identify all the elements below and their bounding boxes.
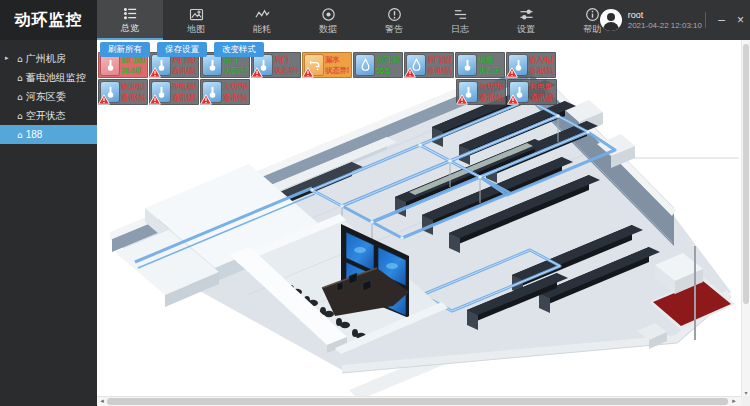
alert-icon <box>387 7 402 22</box>
home-icon: ⌂ <box>17 111 23 121</box>
main-content: 刷新所有 保存设置 改变样式 前门温度28.6度 后门温度通讯错误 <box>97 40 750 406</box>
vertical-scroll-thumb[interactable] <box>743 44 749 304</box>
sidebar-item-guangzhou-room[interactable]: ▸⌂广州机房 <box>0 49 97 68</box>
home-icon: ⌂ <box>17 54 23 64</box>
warning-icon <box>149 67 161 78</box>
warning-icon <box>456 94 468 105</box>
home-icon: ⌂ <box>17 73 23 83</box>
main-nav: 总览 地图 能耗 数据 警告 日志 <box>97 0 625 40</box>
vertical-scrollbar[interactable]: ▾ <box>741 40 750 396</box>
energy-meter-icon <box>510 82 528 102</box>
thermometer-icon <box>101 55 119 75</box>
sidebar-item-battery-monitor[interactable]: ⌂蓄电池组监控 <box>0 68 97 87</box>
water-leak-icon <box>305 55 323 75</box>
sensor-badge-front-door-humidity[interactable]: 前门湿度55.5 <box>353 52 403 78</box>
user-area[interactable]: root 2021-04-22 12:03:10 <box>600 0 702 40</box>
scrollbar-corner <box>741 396 750 406</box>
sidebar: ▸⌂广州机房 ⌂蓄电池组监控 ⌂河东区委 ⌂空开状态 ⌂188 <box>0 40 97 406</box>
refresh-all-button[interactable]: 刷新所有 <box>100 42 150 57</box>
scroll-left-arrow-icon[interactable]: ◂ <box>97 397 107 406</box>
change-style-button[interactable]: 改变样式 <box>214 42 264 57</box>
tab-overview[interactable]: 总览 <box>97 0 163 40</box>
warning-icon <box>302 67 314 78</box>
user-avatar-icon <box>600 9 622 31</box>
user-name: root <box>628 10 702 21</box>
frequency-icon <box>152 82 170 102</box>
scroll-right-arrow-icon[interactable]: ▸ <box>729 397 739 406</box>
sensor-badge-reactive-power[interactable]: 无功功率通讯错误 <box>200 79 250 105</box>
humidity-icon <box>356 55 374 75</box>
tab-alerts[interactable]: 警告 <box>361 0 427 40</box>
sidebar-item-breaker-status[interactable]: ⌂空开状态 <box>0 106 97 125</box>
sensor-badge-smoke[interactable]: 烟感状态正常 <box>455 52 505 78</box>
divider <box>705 12 706 28</box>
scroll-down-arrow-icon[interactable]: ▾ <box>742 389 750 396</box>
help-icon <box>585 7 600 22</box>
app-logo: 动环监控 <box>0 0 97 40</box>
home-icon: ⌂ <box>17 130 23 140</box>
warning-icon <box>149 94 161 105</box>
horizontal-scroll-thumb[interactable] <box>107 398 728 405</box>
tab-energy[interactable]: 能耗 <box>229 0 295 40</box>
sensor-badge-water-leak[interactable]: 漏水状态异常 <box>302 52 352 78</box>
settings-icon <box>519 7 534 22</box>
map-icon <box>189 7 204 22</box>
tab-settings[interactable]: 设置 <box>493 0 559 40</box>
sensor-badge-rear-door-humidity[interactable]: 后门湿度通讯错误 <box>404 52 454 78</box>
save-settings-button[interactable]: 保存设置 <box>157 42 207 57</box>
thermometer-icon <box>152 55 170 75</box>
scene-toolbar: 刷新所有 保存设置 改变样式 <box>100 42 264 57</box>
app-window: 动环监控 总览 地图 能耗 数据 警告 <box>0 0 750 406</box>
sensor-badge-input-voltage[interactable]: 输入电压通讯错误 <box>506 52 556 78</box>
home-icon: ⌂ <box>17 92 23 102</box>
door-sensor-icon <box>254 55 272 75</box>
sidebar-item-hedong[interactable]: ⌂河东区委 <box>0 87 97 106</box>
tab-map[interactable]: 地图 <box>163 0 229 40</box>
tab-logs[interactable]: 日志 <box>427 0 493 40</box>
warning-icon <box>506 67 518 78</box>
sensor-badge-energy-consumption[interactable]: 耗电量通讯错误 <box>507 79 557 105</box>
energy-icon <box>255 7 270 22</box>
horizontal-scrollbar[interactable]: ◂ ▸ <box>97 396 741 406</box>
window-controls: – × <box>705 0 750 40</box>
sensor-badge-active-power[interactable]: 有功功率通讯错误 <box>456 79 506 105</box>
warning-icon <box>404 67 416 78</box>
tab-data[interactable]: 数据 <box>295 0 361 40</box>
logs-icon <box>453 7 468 22</box>
data-icon <box>321 7 336 22</box>
minimize-button[interactable]: – <box>712 0 731 40</box>
sensor-badge-output-current[interactable]: 输出电流通讯错误 <box>98 79 148 105</box>
power-icon <box>203 82 221 102</box>
sensor-row-2: 输出电流通讯错误 市电频率通讯错误 无功功率通讯错误 <box>98 79 558 105</box>
warning-icon <box>200 94 212 105</box>
current-datetime: 2021-04-22 12:03:10 <box>628 21 702 31</box>
warning-icon <box>507 94 519 105</box>
current-icon <box>101 82 119 102</box>
overview-list-icon <box>123 6 138 21</box>
smoke-sensor-icon <box>458 55 476 75</box>
warning-icon <box>98 94 110 105</box>
power-icon <box>459 82 477 102</box>
warning-icon <box>251 67 263 78</box>
door-sensor-icon <box>203 55 221 75</box>
close-button[interactable]: × <box>731 0 750 40</box>
expand-caret-icon[interactable]: ▸ <box>5 49 9 68</box>
voltage-icon <box>509 55 527 75</box>
sensor-badges: 前门温度28.6度 后门温度通讯错误 前门状态正常 <box>98 52 558 106</box>
sensor-badge-mains-frequency[interactable]: 市电频率通讯错误 <box>149 79 199 105</box>
badge-row-gap <box>251 79 456 105</box>
top-bar: 动环监控 总览 地图 能耗 数据 警告 <box>0 0 750 40</box>
sidebar-item-188[interactable]: ⌂188 <box>0 125 97 144</box>
humidity-icon <box>407 55 425 75</box>
